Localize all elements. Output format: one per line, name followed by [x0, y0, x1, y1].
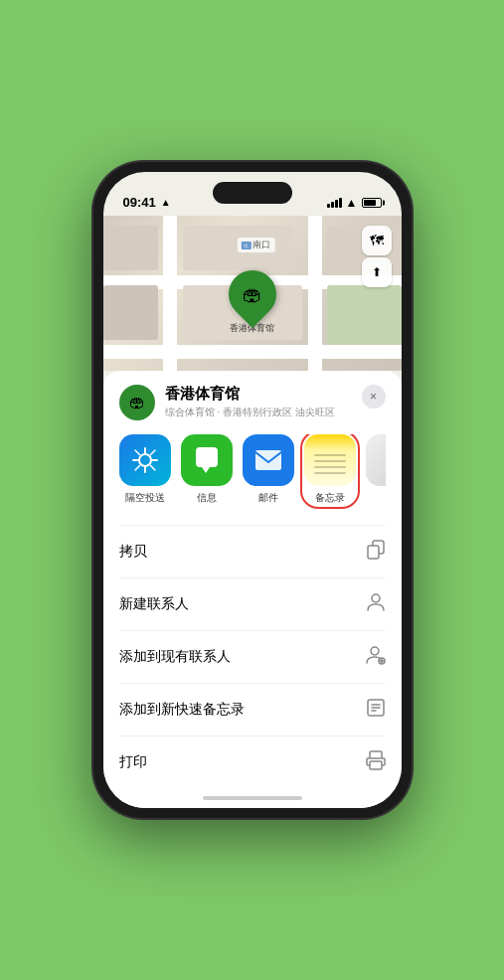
print-label: 打印 — [119, 753, 147, 771]
home-indicator — [119, 788, 386, 808]
svg-rect-1 — [255, 450, 281, 470]
signal-bars — [327, 198, 342, 208]
svg-rect-9 — [370, 761, 382, 769]
print-icon — [366, 750, 386, 774]
map-entrance-label: 出 南口 — [237, 238, 274, 252]
place-name: 香港体育馆 — [165, 385, 335, 404]
action-add-existing[interactable]: 添加到现有联系人 — [119, 631, 386, 684]
messages-icon — [181, 434, 233, 486]
notes-label: 备忘录 — [315, 491, 345, 505]
map-area[interactable]: 出 南口 🏟 香港体育馆 🗺 ⬆ — [103, 216, 402, 371]
quick-notes-icon — [366, 698, 386, 722]
svg-rect-3 — [368, 546, 379, 559]
wifi-icon: ▲ — [346, 196, 358, 210]
action-print[interactable]: 打印 — [119, 736, 386, 788]
svg-rect-8 — [370, 751, 382, 758]
share-app-messages[interactable]: 信息 — [181, 434, 233, 505]
svg-point-0 — [139, 454, 151, 466]
messages-label: 信息 — [197, 491, 217, 505]
phone-frame: 09:41 ▲ ▲ — [93, 162, 412, 818]
status-icons: ▲ — [327, 196, 382, 210]
share-app-more[interactable]: 提 — [366, 434, 386, 505]
place-icon: 🏟 — [119, 385, 155, 420]
new-contact-label: 新建联系人 — [119, 595, 189, 613]
more-icon — [366, 434, 386, 486]
share-app-notes[interactable]: 备忘录 — [304, 434, 356, 505]
svg-point-5 — [371, 647, 379, 655]
map-controls: 🗺 ⬆ — [362, 226, 392, 287]
close-button[interactable]: × — [362, 385, 386, 408]
mail-icon — [243, 434, 294, 486]
place-header: 🏟 香港体育馆 综合体育馆 · 香港特别行政区 油尖旺区 × — [119, 385, 386, 420]
stadium-marker: 🏟 香港体育馆 — [229, 270, 276, 335]
phone-screen: 09:41 ▲ ▲ — [103, 172, 402, 808]
action-list: 拷贝 新建联系人 — [119, 525, 386, 788]
map-icon: 🗺 — [370, 233, 384, 248]
location-icon: ▲ — [161, 197, 171, 208]
copy-label: 拷贝 — [119, 543, 147, 561]
action-add-notes[interactable]: 添加到新快速备忘录 — [119, 684, 386, 736]
location-button[interactable]: ⬆ — [362, 257, 392, 287]
status-time: 09:41 ▲ — [123, 195, 171, 210]
svg-point-4 — [372, 594, 380, 602]
notes-app-icon — [304, 434, 356, 486]
battery-icon — [362, 198, 382, 208]
share-app-airdrop[interactable]: 隔空投送 — [119, 434, 171, 505]
close-icon: × — [370, 390, 377, 404]
compass-icon: ⬆ — [372, 265, 382, 279]
place-subtitle: 综合体育馆 · 香港特别行政区 油尖旺区 — [165, 406, 335, 419]
add-notes-label: 添加到新快速备忘录 — [119, 701, 245, 719]
action-new-contact[interactable]: 新建联系人 — [119, 578, 386, 631]
home-bar — [203, 796, 302, 800]
person-icon — [366, 592, 386, 616]
dynamic-island — [213, 182, 292, 204]
time-display: 09:41 — [123, 195, 156, 210]
add-existing-label: 添加到现有联系人 — [119, 648, 231, 666]
map-type-button[interactable]: 🗺 — [362, 226, 392, 255]
action-copy[interactable]: 拷贝 — [119, 526, 386, 578]
share-apps-row: 隔空投送 信息 — [119, 434, 386, 509]
bottom-sheet: 🏟 香港体育馆 综合体育馆 · 香港特别行政区 油尖旺区 × — [103, 371, 402, 808]
share-app-mail[interactable]: 邮件 — [243, 434, 294, 505]
airdrop-label: 隔空投送 — [125, 491, 165, 505]
person-add-icon — [366, 645, 386, 669]
copy-icon — [366, 540, 386, 564]
airdrop-icon — [119, 434, 171, 486]
mail-label: 邮件 — [258, 491, 278, 505]
